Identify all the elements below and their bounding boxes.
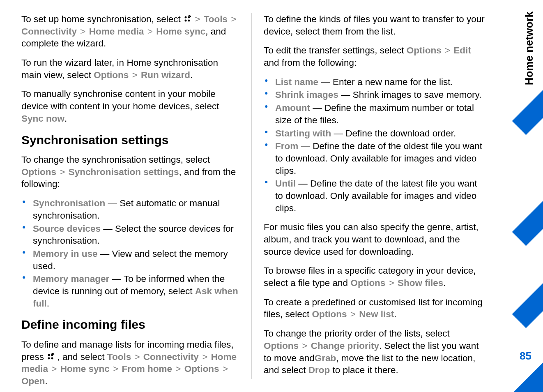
heading-define-incoming: Define incoming files — [21, 316, 239, 333]
list-item: List name — Enter a new name for the lis… — [264, 76, 485, 88]
text: To set up home synchronisation, select — [21, 14, 183, 24]
desc: — Define the date of the oldest file you… — [275, 141, 482, 175]
nav-options: Options — [184, 364, 219, 374]
separator: > — [131, 70, 141, 80]
section-tab: Home network — [515, 0, 543, 97]
run-wizard-para: To run the wizard later, in Home synchro… — [21, 57, 239, 81]
separator: > — [112, 364, 122, 374]
list-item: Starting with — Define the download orde… — [264, 127, 485, 140]
nav-new-list: New list — [359, 309, 394, 319]
page-sidebar: Home network — [506, 0, 543, 392]
nav-open: Open — [21, 376, 45, 386]
separator: > — [301, 341, 311, 351]
browse-files-para: To browse files in a specific category i… — [264, 265, 485, 289]
heading-sync-settings: Synchronisation settings — [21, 132, 239, 148]
change-priority-para: To change the priority order of the list… — [264, 327, 485, 376]
nav-grab: Grab — [315, 353, 336, 363]
term: Memory manager — [33, 274, 109, 284]
svg-point-3 — [188, 20, 190, 22]
term: Shrink images — [275, 90, 338, 100]
nav-options: Options — [407, 45, 442, 55]
stripe-icon — [512, 197, 543, 246]
svg-point-1 — [188, 16, 190, 18]
nav-sync-settings: Synchronisation settings — [69, 167, 179, 177]
term: From — [275, 141, 298, 151]
text: To change the priority order of the list… — [264, 328, 450, 339]
term: Synchronisation — [33, 198, 105, 208]
list-item: Memory in use — View and select the memo… — [21, 248, 239, 272]
separator: > — [79, 26, 89, 37]
term: Source devices — [33, 224, 101, 234]
transfer-settings-list: List name — Enter a new name for the lis… — [264, 76, 485, 214]
list-item: Shrink images — Shrink images to save me… — [264, 89, 485, 101]
desc: — Define the download order. — [331, 128, 456, 138]
svg-point-5 — [51, 354, 53, 356]
svg-point-4 — [48, 354, 50, 356]
text: . — [64, 113, 67, 124]
text: to place it there. — [330, 365, 398, 375]
music-files-para: For music files you can also specify the… — [264, 221, 485, 258]
svg-point-0 — [184, 16, 186, 18]
list-item: From — Define the date of the oldest fil… — [264, 140, 485, 177]
nav-show-files: Show files — [398, 278, 443, 288]
list-item: Amount — Define the maximum number or to… — [264, 102, 485, 126]
separator: > — [201, 352, 211, 362]
nav-home-sync: Home sync — [60, 364, 110, 374]
text: . — [443, 278, 446, 288]
desc: . — [47, 298, 49, 309]
term: Amount — [275, 103, 310, 113]
nav-drop: Drop — [308, 365, 330, 375]
text: , and select — [55, 352, 107, 362]
list-item: Memory manager — To be informed when the… — [21, 273, 239, 309]
nav-from-home: From home — [122, 364, 172, 374]
separator: > — [194, 14, 203, 24]
separator: > — [350, 309, 359, 319]
menu-key-icon — [183, 15, 191, 23]
sync-settings-list: Synchronisation — Set automatic or manua… — [21, 197, 239, 309]
list-item: Until — Define the date of the latest fi… — [264, 178, 485, 214]
menu-key-icon — [46, 353, 55, 361]
separator: > — [388, 278, 398, 288]
nav-tools: Tools — [204, 14, 228, 24]
setup-home-sync-para: To set up home synchronisation, select >… — [21, 13, 239, 50]
svg-point-2 — [184, 20, 186, 22]
desc: — Shrink images to save memory. — [338, 90, 481, 100]
separator: > — [133, 352, 143, 362]
nav-options: Options — [264, 341, 299, 351]
svg-point-7 — [51, 357, 53, 359]
svg-point-6 — [48, 357, 50, 359]
right-column: To define the kinds of files you want to… — [251, 13, 485, 379]
separator: > — [222, 364, 229, 374]
page-number: 85 — [520, 350, 531, 362]
separator: > — [51, 364, 60, 374]
text: and from the following: — [264, 58, 357, 68]
sync-now-para: To manually synchronise content in your … — [21, 88, 239, 125]
nav-tools: Tools — [107, 352, 131, 362]
nav-edit: Edit — [453, 45, 471, 55]
nav-run-wizard: Run wizard — [141, 70, 190, 80]
text: To edit the transfer settings, select — [264, 45, 407, 55]
text: . — [394, 309, 396, 319]
nav-connectivity: Connectivity — [21, 26, 77, 37]
term: List name — [275, 77, 318, 87]
edit-transfer-para: To edit the transfer settings, select Op… — [264, 44, 485, 69]
separator: > — [444, 45, 453, 55]
nav-home-sync: Home sync — [156, 26, 205, 37]
page-content: To set up home synchronisation, select >… — [0, 0, 543, 392]
nav-home-media: Home media — [89, 26, 144, 37]
define-incoming-para: To define and manage lists for incoming … — [21, 339, 239, 387]
text: To manually synchronise content in your … — [21, 89, 219, 111]
term: Memory in use — [33, 249, 98, 259]
separator: > — [175, 364, 184, 374]
list-item: Synchronisation — Set automatic or manua… — [21, 197, 239, 221]
nav-options: Options — [21, 167, 56, 177]
separator: > — [147, 26, 156, 37]
decorative-stripes — [506, 97, 543, 392]
stripe-icon — [512, 279, 543, 328]
nav-options: Options — [350, 278, 385, 288]
list-item: Source devices — Select the source devic… — [21, 223, 239, 247]
term: Until — [275, 178, 296, 189]
separator: > — [59, 167, 68, 177]
nav-connectivity: Connectivity — [143, 352, 199, 362]
nav-change-priority: Change priority — [311, 341, 379, 351]
